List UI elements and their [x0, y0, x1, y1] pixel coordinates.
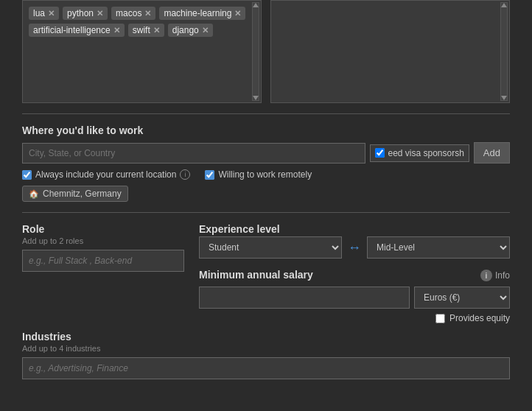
info-icon: i [480, 270, 492, 281]
industries-sublabel: Add up to 4 industries [22, 344, 510, 353]
tag-artificial-intelligence[interactable]: artificial-intelligence ✕ [29, 24, 125, 37]
scrollbar-up-arrow[interactable] [253, 3, 259, 7]
right-scrollbar-down-arrow[interactable] [501, 96, 507, 100]
role-column: Role Add up to 2 roles [22, 223, 184, 323]
role-sublabel: Add up to 2 roles [22, 236, 184, 245]
scrollbar-down-arrow[interactable] [253, 96, 259, 100]
right-scrollbar-up-arrow[interactable] [501, 3, 507, 7]
tag-python[interactable]: python ✕ [63, 7, 108, 20]
experience-label: Experience level [199, 223, 510, 235]
experience-selects-row: Student Junior Mid-Level Senior Lead Man… [199, 236, 510, 259]
industries-section: Industries Add up to 4 industries [22, 331, 510, 379]
right-panel-scrollbar[interactable] [500, 2, 508, 101]
experience-range-arrow: ↔ [348, 240, 361, 256]
equity-label: Provides equity [449, 313, 510, 323]
left-tags-wrapper: lua ✕ python ✕ macos ✕ machine-learning … [29, 7, 255, 37]
tag-ai-close[interactable]: ✕ [113, 26, 120, 35]
willing-remote-option[interactable]: Willing to work remotely [205, 169, 312, 180]
salary-section: Minimum annual salary i Info Euros (€) U… [199, 269, 510, 323]
divider-2 [22, 212, 510, 213]
currency-select[interactable]: Euros (€) USD ($) GBP (£) [414, 287, 510, 309]
location-input[interactable] [22, 143, 365, 164]
equity-checkbox[interactable] [435, 314, 445, 323]
tag-macos[interactable]: macos ✕ [111, 7, 155, 20]
left-panel-scrollbar[interactable] [252, 2, 259, 101]
tag-machine-learning[interactable]: machine-learning ✕ [159, 7, 245, 20]
divider-1 [22, 113, 510, 114]
experience-column: Experience level Student Junior Mid-Leve… [199, 223, 510, 323]
current-location-badge: 🏠 Chemnitz, Germany [22, 186, 128, 202]
visa-checkbox-container: eed visa sponsorsh [370, 144, 469, 162]
willing-remote-label: Willing to work remotely [218, 169, 312, 180]
location-input-row: eed visa sponsorsh Add [22, 142, 510, 164]
tag-swift-label: swift [133, 25, 150, 35]
location-section-title: Where you'd like to work [22, 124, 510, 136]
location-options-row: Always include your current location i W… [22, 169, 510, 180]
tag-macos-close[interactable]: ✕ [144, 9, 151, 18]
main-container: lua ✕ python ✕ macos ✕ machine-learning … [0, 0, 532, 379]
salary-info-button[interactable]: i Info [480, 270, 510, 281]
tag-django-label: django [172, 25, 199, 35]
salary-input-row: Euros (€) USD ($) GBP (£) [199, 287, 510, 309]
salary-label: Minimum annual salary [199, 269, 313, 281]
tag-lua-close[interactable]: ✕ [48, 9, 55, 18]
industries-label: Industries [22, 331, 510, 342]
current-location-label: Chemnitz, Germany [43, 189, 122, 199]
visa-checkbox[interactable] [375, 148, 385, 158]
salary-header: Minimum annual salary i Info [199, 269, 510, 282]
info-label: Info [495, 270, 510, 281]
tag-machine-learning-label: machine-learning [164, 8, 231, 18]
experience-to-select[interactable]: Mid-Level Junior Senior Lead Manager [367, 236, 510, 259]
industries-input[interactable] [22, 357, 510, 379]
location-section: Where you'd like to work eed visa sponso… [22, 124, 510, 202]
willing-remote-checkbox[interactable] [205, 170, 214, 180]
add-location-button[interactable]: Add [474, 142, 510, 164]
tags-row: lua ✕ python ✕ macos ✕ machine-learning … [22, 0, 510, 103]
always-include-option[interactable]: Always include your current location i [22, 169, 190, 180]
tag-macos-label: macos [116, 8, 141, 18]
always-include-label: Always include your current location [35, 169, 176, 180]
salary-amount-input[interactable] [199, 287, 410, 309]
tag-machine-learning-close[interactable]: ✕ [234, 9, 241, 18]
role-label: Role [22, 223, 184, 235]
equity-row: Provides equity [199, 313, 510, 323]
always-include-info-icon[interactable]: i [180, 169, 190, 180]
home-icon: 🏠 [29, 189, 39, 199]
tag-swift-close[interactable]: ✕ [153, 26, 160, 35]
role-input[interactable] [22, 250, 184, 272]
tag-django-close[interactable]: ✕ [202, 26, 209, 35]
tag-python-label: python [67, 8, 94, 18]
left-tags-panel: lua ✕ python ✕ macos ✕ machine-learning … [22, 0, 262, 103]
tag-lua-label: lua [33, 8, 45, 18]
always-include-checkbox[interactable] [22, 170, 32, 180]
tag-ai-label: artificial-intelligence [33, 25, 111, 35]
tag-django[interactable]: django ✕ [168, 24, 213, 37]
visa-label: eed visa sponsorsh [388, 148, 463, 158]
experience-from-select[interactable]: Student Junior Mid-Level Senior Lead Man… [199, 236, 342, 259]
tag-lua[interactable]: lua ✕ [29, 7, 59, 20]
right-tags-panel [270, 0, 510, 103]
tag-python-close[interactable]: ✕ [97, 9, 103, 18]
tag-swift[interactable]: swift ✕ [128, 24, 164, 37]
role-experience-section: Role Add up to 2 roles Experience level … [22, 223, 510, 323]
